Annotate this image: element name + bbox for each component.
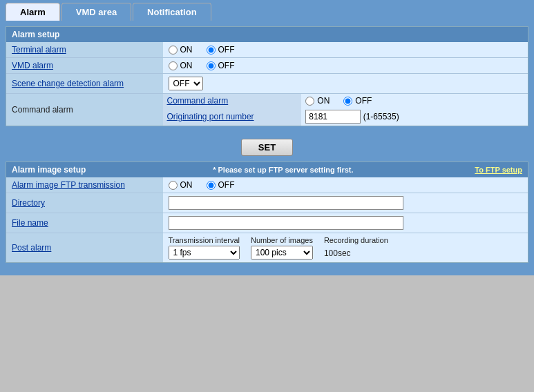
directory-input[interactable] xyxy=(169,196,403,210)
command-alarm-outer-label: Command alarm xyxy=(6,94,163,126)
set-button[interactable]: SET xyxy=(241,139,293,156)
command-alarm-row: Command alarm Command alarm xyxy=(6,94,528,126)
set-button-row: SET xyxy=(6,133,528,161)
transmission-interval-heading: Transmission interval xyxy=(169,236,240,244)
alarm-setup-table: Terminal alarm ON OFF xyxy=(6,42,528,126)
command-alarm-off-label[interactable]: OFF xyxy=(343,96,372,106)
vmd-alarm-link[interactable]: VMD alarm xyxy=(12,61,53,70)
ftp-transmission-value: ON OFF xyxy=(163,177,528,193)
command-alarm-off-radio[interactable] xyxy=(343,97,352,106)
transmission-interval-group: Transmission interval 1 fps 2 fps 3 fps xyxy=(169,236,240,259)
command-alarm-text: Command alarm xyxy=(12,105,73,115)
command-alarm-radio-group: ON OFF xyxy=(305,96,524,106)
table-row: Terminal alarm ON OFF xyxy=(6,42,528,58)
alarm-setup-section: Alarm setup Terminal alarm ON O xyxy=(6,26,528,126)
post-alarm-link[interactable]: Post alarm xyxy=(12,243,51,253)
ftp-transmission-off-label[interactable]: OFF xyxy=(207,180,235,190)
scene-change-value: OFF ON xyxy=(163,74,528,94)
filename-value xyxy=(163,213,528,233)
ftp-transmission-radio-group: ON OFF xyxy=(169,180,523,190)
command-alarm-on-radio[interactable] xyxy=(305,97,314,106)
table-row: Post alarm Transmission interval 1 fps 2… xyxy=(6,233,528,263)
terminal-alarm-on-text: ON xyxy=(180,45,193,55)
num-images-group: Number of images 100 pics 50 pics 10 pic… xyxy=(251,236,313,259)
transmission-interval-select[interactable]: 1 fps 2 fps 3 fps xyxy=(169,246,240,259)
scene-change-select[interactable]: OFF ON xyxy=(169,77,203,90)
terminal-alarm-on-label[interactable]: ON xyxy=(169,45,193,55)
vmd-alarm-on-label[interactable]: ON xyxy=(169,61,193,70)
post-alarm-value: Transmission interval 1 fps 2 fps 3 fps … xyxy=(163,233,528,263)
terminal-alarm-radio-group: ON OFF xyxy=(169,45,523,55)
scene-change-label: Scene change detection alarm xyxy=(6,74,163,94)
table-row: File name xyxy=(6,213,528,233)
ftp-transmission-off-radio[interactable] xyxy=(207,181,216,190)
ftp-transmission-on-text: ON xyxy=(180,180,193,190)
ftp-transmission-on-radio[interactable] xyxy=(169,181,178,190)
directory-link[interactable]: Directory xyxy=(12,198,45,208)
command-alarm-sub-link[interactable]: Command alarm xyxy=(167,96,229,106)
terminal-alarm-off-radio[interactable] xyxy=(207,46,216,55)
terminal-alarm-label: Terminal alarm xyxy=(6,42,163,58)
port-number-value: (1-65535) xyxy=(301,108,528,126)
directory-value xyxy=(163,193,528,213)
alarm-setup-title: Alarm setup xyxy=(12,30,59,39)
ftp-transmission-label: Alarm image FTP transmission xyxy=(6,177,163,193)
port-number-input[interactable] xyxy=(305,110,361,124)
alarm-image-setup-section: Alarm image setup * Please set up FTP se… xyxy=(6,161,528,263)
terminal-alarm-value: ON OFF xyxy=(163,42,528,58)
num-images-heading: Number of images xyxy=(251,236,313,244)
directory-label: Directory xyxy=(6,193,163,213)
command-alarm-on-text: ON xyxy=(317,96,330,106)
ftp-transmission-link[interactable]: Alarm image FTP transmission xyxy=(12,180,125,190)
table-row: Alarm image FTP transmission ON OFF xyxy=(6,177,528,193)
filename-input[interactable] xyxy=(169,216,403,230)
recording-duration-value: 100sec xyxy=(324,248,388,258)
tab-alarm[interactable]: Alarm xyxy=(6,3,60,21)
command-alarm-off-text: OFF xyxy=(355,96,372,106)
post-alarm-sub: Transmission interval 1 fps 2 fps 3 fps … xyxy=(169,236,523,259)
main-content: Alarm setup Terminal alarm ON O xyxy=(0,21,534,275)
port-number-hint: (1-65535) xyxy=(363,112,399,121)
recording-duration-heading: Recording duration xyxy=(324,236,388,244)
filename-link[interactable]: File name xyxy=(12,218,48,228)
filename-label: File name xyxy=(6,213,163,233)
scene-change-link[interactable]: Scene change detection alarm xyxy=(12,79,124,88)
recording-duration-group: Recording duration 100sec xyxy=(324,236,388,258)
ftp-transmission-off-text: OFF xyxy=(218,180,235,190)
table-row: Command alarm ON xyxy=(163,94,528,108)
alarm-image-table: Alarm image FTP transmission ON OFF xyxy=(6,177,528,262)
table-row: Directory xyxy=(6,193,528,213)
command-alarm-sub-label: Command alarm xyxy=(163,94,302,108)
ftp-link[interactable]: To FTP setup xyxy=(475,166,522,174)
alarm-image-setup-header: Alarm image setup * Please set up FTP se… xyxy=(6,162,528,177)
terminal-alarm-off-label[interactable]: OFF xyxy=(207,45,235,55)
tab-vmd-area[interactable]: VMD area xyxy=(61,3,131,21)
ftp-transmission-on-label[interactable]: ON xyxy=(169,180,193,190)
alarm-setup-header: Alarm setup xyxy=(6,27,528,42)
num-images-select[interactable]: 100 pics 50 pics 10 pics xyxy=(251,246,313,259)
vmd-alarm-off-text: OFF xyxy=(218,61,235,70)
post-alarm-label: Post alarm xyxy=(6,233,163,263)
table-row: Originating port number (1-65535) xyxy=(163,108,528,126)
port-number-link[interactable]: Originating port number xyxy=(167,112,254,121)
vmd-alarm-on-text: ON xyxy=(180,61,193,70)
command-alarm-sub-table: Command alarm ON xyxy=(163,94,528,126)
terminal-alarm-on-radio[interactable] xyxy=(169,46,178,55)
vmd-alarm-off-label[interactable]: OFF xyxy=(207,61,235,70)
command-alarm-sub-cell: Command alarm ON xyxy=(163,94,528,126)
vmd-alarm-off-radio[interactable] xyxy=(207,61,216,70)
vmd-alarm-on-radio[interactable] xyxy=(169,61,178,70)
terminal-alarm-link[interactable]: Terminal alarm xyxy=(12,45,66,55)
table-row: Scene change detection alarm OFF ON xyxy=(6,74,528,94)
vmd-alarm-radio-group: ON OFF xyxy=(169,61,523,70)
tab-notification[interactable]: Notification xyxy=(133,3,211,21)
command-alarm-sub-value: ON OFF xyxy=(301,94,528,108)
vmd-alarm-label: VMD alarm xyxy=(6,58,163,74)
table-row: VMD alarm ON OFF xyxy=(6,58,528,74)
port-number-label: Originating port number xyxy=(163,108,302,126)
tab-bar: Alarm VMD area Notification xyxy=(0,0,534,21)
alarm-image-setup-title: Alarm image setup xyxy=(12,165,86,175)
terminal-alarm-off-text: OFF xyxy=(218,45,235,55)
command-alarm-on-label[interactable]: ON xyxy=(305,96,330,106)
vmd-alarm-value: ON OFF xyxy=(163,58,528,74)
